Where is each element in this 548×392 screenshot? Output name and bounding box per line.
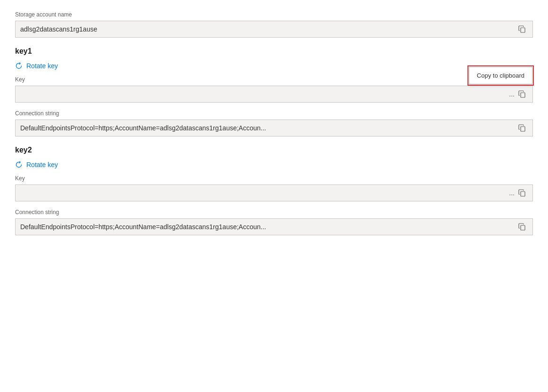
- rotate-icon: [15, 62, 23, 70]
- key2-connection-string-input-row: [15, 218, 533, 235]
- key1-connection-string-input[interactable]: [20, 124, 516, 132]
- svg-rect-4: [521, 225, 525, 230]
- svg-rect-2: [521, 127, 525, 131]
- copy-icon: [518, 90, 526, 98]
- storage-account-section: Storage account name: [15, 11, 533, 38]
- key1-connection-string-input-row: [15, 120, 533, 136]
- key2-rotate-button[interactable]: Rotate key: [15, 161, 58, 168]
- key1-key-label: Key: [15, 76, 533, 83]
- key1-rotate-button[interactable]: Rotate key: [15, 62, 58, 70]
- svg-rect-1: [521, 93, 525, 97]
- key1-dots: ...: [509, 90, 515, 98]
- svg-rect-3: [521, 192, 525, 196]
- svg-rect-0: [521, 28, 525, 32]
- storage-account-label: Storage account name: [15, 11, 533, 18]
- key1-connection-string-label: Connection string: [15, 110, 533, 117]
- key2-rotate-label: Rotate key: [26, 161, 58, 168]
- key2-connection-copy-button[interactable]: [516, 222, 528, 232]
- key1-rotate-label: Rotate key: [26, 62, 58, 70]
- rotate-icon: [15, 161, 23, 168]
- key1-copy-button[interactable]: Copy to clipboard: [516, 89, 528, 99]
- key2-key-label: Key: [15, 175, 533, 182]
- key1-key-input-row: ... Copy to clipboard: [15, 86, 533, 103]
- key1-section: key1 Rotate key Key ... Copy to clipboar…: [15, 47, 533, 136]
- copy-to-clipboard-tooltip: Copy to clipboard: [469, 67, 532, 84]
- key1-header: key1: [15, 47, 533, 56]
- key2-connection-string-input[interactable]: [20, 223, 516, 231]
- key2-connection-string-label: Connection string: [15, 209, 533, 216]
- copy-icon: [518, 124, 526, 132]
- key2-key-input[interactable]: [20, 189, 509, 197]
- key1-connection-copy-button[interactable]: [516, 123, 528, 133]
- key2-section: key2 Rotate key Key ... Connection strin…: [15, 146, 533, 235]
- key1-key-input[interactable]: [20, 90, 509, 98]
- storage-account-input-row: [15, 21, 533, 38]
- key2-copy-button[interactable]: [516, 188, 528, 198]
- key1-key-input-container: ... Copy to clipboard: [15, 86, 533, 103]
- storage-account-input[interactable]: [20, 25, 516, 33]
- copy-icon: [518, 189, 526, 197]
- key2-header: key2: [15, 146, 533, 154]
- key2-dots: ...: [509, 189, 515, 197]
- copy-icon: [518, 25, 526, 33]
- copy-icon: [518, 223, 526, 231]
- storage-account-copy-button[interactable]: [516, 24, 528, 34]
- key2-key-input-row: ...: [15, 184, 533, 201]
